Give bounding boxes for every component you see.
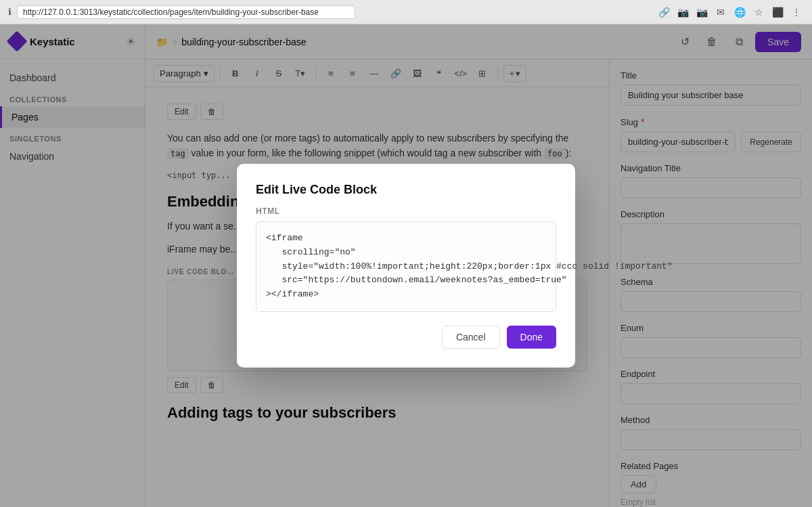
edit-live-code-modal: Edit Live Code Block HTML <iframe scroll…: [237, 164, 575, 368]
url-bar[interactable]: http://127.0.0.1:3013/keystatic/collecti…: [17, 5, 355, 19]
done-button[interactable]: Done: [507, 326, 556, 349]
browser-actions: 🔗 📷 📷 ✉ 🌐 ☆ ⬛ ⋮: [656, 5, 804, 20]
browser-camera-icon[interactable]: 📷: [694, 5, 709, 20]
modal-overlay: Edit Live Code Block HTML <iframe scroll…: [0, 24, 812, 507]
browser-globe-icon[interactable]: 🌐: [732, 5, 747, 20]
browser-sidebar-icon[interactable]: ⬛: [770, 5, 785, 20]
browser-screenshot-icon[interactable]: 📷: [675, 5, 690, 20]
modal-title: Edit Live Code Block: [256, 183, 556, 197]
browser-bar: ℹ http://127.0.0.1:3013/keystatic/collec…: [0, 0, 812, 24]
browser-menu-icon[interactable]: ⋮: [789, 5, 804, 20]
cancel-button[interactable]: Cancel: [442, 326, 500, 349]
browser-link-icon[interactable]: 🔗: [656, 5, 671, 20]
modal-actions: Cancel Done: [256, 326, 556, 349]
browser-star-icon[interactable]: ☆: [751, 5, 766, 20]
html-label: HTML: [256, 206, 556, 216]
info-icon: ℹ: [8, 7, 12, 17]
code-editor[interactable]: <iframe scrolling="no" style="width:100%…: [256, 221, 556, 312]
browser-mail-icon[interactable]: ✉: [713, 5, 728, 20]
